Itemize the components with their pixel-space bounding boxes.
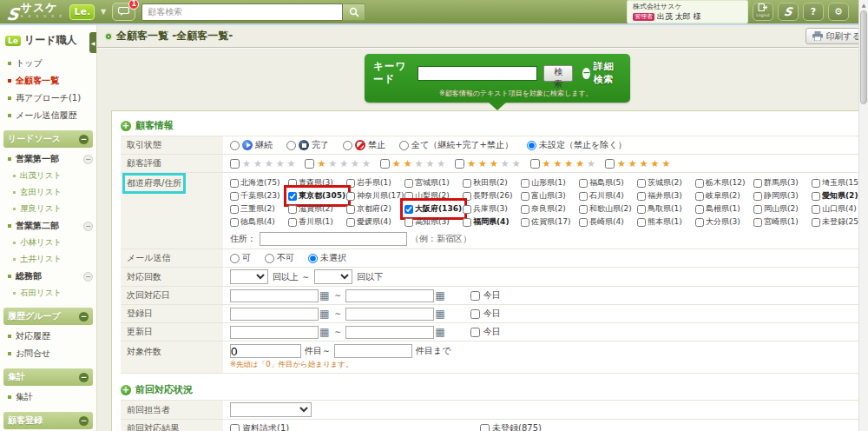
checkbox-input[interactable] [470, 291, 480, 301]
logout-button[interactable]: Logout [753, 3, 773, 21]
calendar-icon[interactable]: ▦ [435, 327, 444, 337]
checkbox-input[interactable] [463, 205, 471, 214]
checkbox-input[interactable] [404, 205, 413, 214]
prefecture-option[interactable]: 宮城県(1) [404, 176, 463, 189]
prefecture-option[interactable]: 群馬県(3) [753, 176, 812, 189]
sidebar-item[interactable]: 営業第二部− [0, 217, 96, 235]
rating-option-2-stars[interactable]: ★★★★★ [380, 158, 445, 169]
checkbox-input[interactable] [230, 192, 239, 201]
calendar-icon[interactable]: ▦ [435, 308, 444, 319]
checkbox-input[interactable] [230, 218, 239, 227]
prefecture-option[interactable]: 大分県(3) [695, 216, 753, 229]
checkbox-input[interactable] [463, 218, 471, 227]
le-badge[interactable]: Le. [69, 4, 95, 20]
checkbox-input[interactable] [480, 424, 490, 431]
scroll-up-icon[interactable]: ▲ [859, 0, 868, 10]
prefecture-option[interactable]: 青森県(3) [288, 176, 346, 189]
settings-button[interactable]: ⚙ [828, 3, 849, 21]
checkbox-input[interactable] [530, 159, 540, 169]
checkbox-input[interactable] [230, 205, 239, 214]
collapse-minus-icon[interactable]: − [79, 135, 89, 144]
prefecture-option[interactable]: 富山県(3) [521, 189, 579, 202]
date-input[interactable] [230, 326, 319, 339]
sidebar-item[interactable]: 出茂リスト [0, 168, 96, 184]
checkbox-input[interactable] [695, 179, 704, 188]
calendar-icon[interactable]: ▦ [435, 290, 444, 301]
checkbox-input[interactable] [288, 205, 297, 214]
checkbox-input[interactable] [404, 179, 413, 188]
prefecture-option[interactable]: 滋賀県(2) [288, 202, 346, 216]
checkbox-input[interactable] [455, 159, 464, 169]
checkbox-input[interactable] [579, 192, 588, 201]
checkbox-input[interactable] [404, 218, 413, 227]
checkbox-input[interactable] [753, 179, 762, 188]
sidebar-section-header[interactable]: 履歴グループ− [3, 308, 93, 325]
prefecture-option[interactable]: 宮崎県(1) [753, 216, 812, 229]
radio-input[interactable] [308, 254, 318, 263]
sidebar-collapse-handle[interactable]: ◀ [89, 32, 96, 53]
collapse-minus-icon[interactable]: − [79, 312, 89, 322]
prefecture-option[interactable]: 福島県(5) [579, 176, 637, 189]
sasuke-quick-button[interactable]: S [778, 3, 799, 21]
sidebar-item[interactable]: 土井リスト [0, 251, 96, 268]
checkbox-input[interactable] [521, 205, 529, 214]
checkbox-input[interactable] [470, 328, 480, 337]
checkbox-input[interactable] [812, 179, 820, 188]
checkbox-input[interactable] [695, 205, 704, 214]
prefecture-option[interactable]: 東京都(305) [288, 189, 346, 202]
sidebar-item[interactable]: 小林リスト [0, 235, 96, 251]
checkbox-input[interactable] [346, 179, 355, 188]
rating-option-1-stars[interactable]: ★★★★★ [305, 158, 370, 169]
count-from-select[interactable] [230, 269, 268, 284]
checkbox-input[interactable] [579, 205, 588, 214]
sidebar-item[interactable]: 玄田リスト [0, 184, 96, 201]
prefecture-option[interactable]: 兵庫県(3) [463, 202, 521, 216]
prefecture-option[interactable]: 山梨県(2) [404, 189, 463, 202]
checkbox-input[interactable] [521, 218, 529, 227]
prefecture-option[interactable]: 奈良県(2) [521, 202, 579, 216]
checkbox-input[interactable] [637, 192, 646, 201]
help-button[interactable]: ? [803, 3, 824, 21]
transaction-option[interactable]: 禁止 [343, 139, 385, 151]
collapse-minus-icon[interactable]: − [83, 272, 93, 282]
section-plus-icon[interactable]: + [121, 385, 131, 395]
checkbox-input[interactable] [521, 192, 529, 201]
date-input[interactable] [345, 289, 434, 302]
prefecture-option[interactable]: 茨城県(2) [637, 176, 695, 189]
prefecture-option[interactable]: 山形県(1) [521, 176, 579, 189]
checkbox-input[interactable] [753, 205, 762, 214]
checkbox-input[interactable] [637, 205, 646, 214]
prefecture-option[interactable]: 福井県(3) [637, 189, 695, 202]
target-from-input[interactable] [230, 344, 301, 358]
calendar-icon[interactable]: ▦ [319, 308, 329, 319]
section-plus-icon[interactable]: + [121, 121, 131, 131]
rating-option-0-stars[interactable]: ★★★★★ [230, 158, 295, 169]
checkbox-input[interactable] [637, 218, 646, 227]
prefecture-option[interactable]: 和歌山県(2) [579, 202, 637, 216]
checkbox-input[interactable] [753, 192, 762, 201]
rating-option-3-stars[interactable]: ★★★★★ [455, 158, 520, 169]
checkbox-input[interactable] [346, 205, 355, 214]
checkbox-input[interactable] [579, 179, 588, 188]
prev-result-option[interactable]: 資料請求(1) [230, 422, 466, 431]
radio-input[interactable] [343, 141, 352, 150]
checkbox-input[interactable] [288, 192, 297, 201]
prefecture-option[interactable]: 静岡県(3) [753, 189, 812, 202]
date-input[interactable] [230, 308, 319, 321]
checkbox-input[interactable] [346, 218, 355, 227]
prefecture-option[interactable]: 神奈川県(17) [346, 189, 404, 202]
prefecture-option[interactable]: 長野県(26) [463, 189, 521, 202]
sidebar-item[interactable]: 石田リスト [0, 285, 96, 302]
checkbox-input[interactable] [812, 192, 820, 201]
prefecture-option[interactable]: 岐阜県(2) [695, 189, 753, 202]
checkbox-input[interactable] [230, 424, 240, 431]
sidebar-section-header[interactable]: 顧客登録− [3, 412, 93, 429]
date-input[interactable] [345, 326, 434, 339]
rating-option-4-stars[interactable]: ★★★★★ [530, 158, 595, 169]
chevron-down-icon[interactable]: ▼ [101, 8, 106, 16]
checkbox-input[interactable] [230, 159, 240, 169]
radio-input[interactable] [230, 254, 240, 263]
prefecture-option[interactable]: 岩手県(1) [346, 176, 404, 189]
prefecture-option[interactable]: 大阪府(136) [404, 202, 463, 216]
prefecture-option[interactable]: 石川県(4) [579, 189, 637, 202]
